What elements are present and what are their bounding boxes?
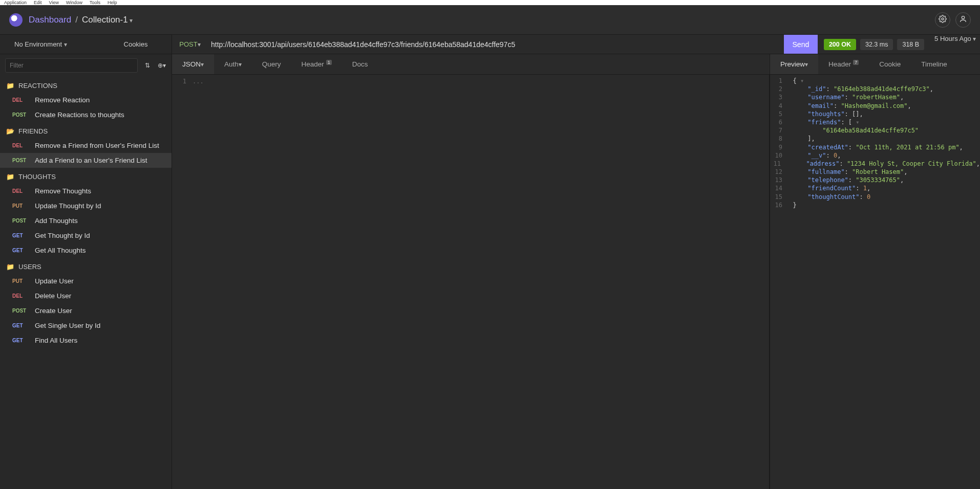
method-badge: POST (12, 218, 30, 224)
status-text: OK (841, 41, 851, 48)
response-size-pill[interactable]: 318 B (897, 39, 924, 50)
json-line: 4 "email": "Hashem@gmail.com", (770, 102, 980, 110)
user-icon (959, 15, 967, 25)
request-item[interactable]: POSTAdd Thoughts (0, 213, 172, 228)
request-label: Get Single User by Id (35, 322, 100, 329)
breadcrumb-collection[interactable]: Collection-1 (82, 15, 133, 25)
response-status-group: 200 OK 32.3 ms 318 B (818, 35, 930, 54)
method-selector[interactable]: POST (172, 35, 208, 54)
json-line: 5 "thoughts": [], (770, 110, 980, 118)
breadcrumb-separator: / (75, 15, 78, 25)
folder-thoughts[interactable]: 📁THOUGHTS (0, 168, 172, 184)
method-badge: DEL (12, 293, 30, 299)
breadcrumb: Dashboard / Collection-1 (29, 15, 133, 25)
title-bar: Dashboard / Collection-1 (0, 5, 980, 35)
request-label: Find All Users (35, 337, 77, 344)
request-label: Update User (35, 277, 74, 285)
request-item[interactable]: PUTUpdate Thought by Id (0, 198, 172, 213)
request-body-editor[interactable]: 1... (172, 75, 770, 489)
request-item[interactable]: POSTAdd a Friend to an User's Friend Lis… (0, 153, 172, 168)
account-button[interactable] (955, 12, 971, 28)
tab-timeline[interactable]: Timeline (911, 54, 957, 74)
os-menu-help[interactable]: Help (108, 0, 117, 5)
os-menu-view[interactable]: View (49, 0, 59, 5)
request-item[interactable]: DELDelete User (0, 288, 172, 303)
response-time-pill[interactable]: 32.3 ms (860, 39, 893, 50)
sort-icon[interactable]: ⇅ (143, 62, 152, 69)
add-icon[interactable]: ⊕▾ (157, 62, 166, 69)
request-label: Get All Thoughts (35, 247, 86, 254)
request-item[interactable]: GETGet Single User by Id (0, 318, 172, 333)
environment-selector[interactable]: No Environment (0, 40, 100, 48)
request-item[interactable]: POSTCreate User (0, 303, 172, 318)
response-json-viewer[interactable]: 1 { ▾2 "_id": "6164eb388ad41de4cffe97c3"… (770, 75, 980, 489)
os-menu-edit[interactable]: Edit (34, 0, 42, 5)
request-label: Add Thoughts (35, 217, 78, 225)
tab-auth[interactable]: Auth (214, 54, 252, 74)
json-line: 8 ], (770, 135, 980, 143)
tab-preview[interactable]: Preview (770, 54, 818, 74)
os-menu-window[interactable]: Window (66, 0, 82, 5)
request-label: Create User (35, 307, 72, 315)
request-label: Get Thought by Id (35, 232, 90, 239)
settings-button[interactable] (935, 12, 950, 28)
tab-header[interactable]: Header 1 (291, 54, 342, 74)
method-badge: POST (12, 308, 30, 314)
tab-cookie[interactable]: Cookie (869, 54, 911, 74)
folder-friends[interactable]: 📂FRIENDS (0, 122, 172, 138)
request-tab-row: JSON Auth Query Header 1 Docs (172, 54, 770, 75)
tab-resp-header[interactable]: Header 7 (818, 54, 869, 74)
os-menu-tools[interactable]: Tools (90, 0, 100, 5)
tab-query[interactable]: Query (252, 54, 291, 74)
folder-icon: 📁 (6, 173, 14, 181)
os-menu-application[interactable]: Application (4, 0, 27, 5)
tab-docs[interactable]: Docs (342, 54, 378, 74)
folder-icon: 📁 (6, 82, 14, 90)
response-pane: Preview Header 7 Cookie Timeline 1 { ▾2 … (770, 54, 980, 489)
send-button[interactable]: Send (784, 35, 818, 54)
tab-json[interactable]: JSON (172, 54, 214, 74)
method-badge: DEL (12, 188, 30, 194)
url-input[interactable] (208, 35, 784, 54)
json-line: 13 "telephone": "3053334765", (770, 176, 980, 184)
method-badge: DEL (12, 97, 30, 103)
request-item[interactable]: DELRemove Reaction (0, 93, 172, 107)
method-badge: POST (12, 158, 30, 163)
filter-input[interactable] (5, 58, 138, 73)
json-line: 9 "createdAt": "Oct 11th, 2021 at 21:56 … (770, 143, 980, 151)
request-item[interactable]: GETGet All Thoughts (0, 243, 172, 258)
method-badge: GET (12, 248, 30, 253)
folder-reactions[interactable]: 📁REACTIONS (0, 77, 172, 93)
json-line: 1 { ▾ (770, 77, 980, 85)
tab-header-badge: 1 (326, 60, 332, 65)
json-line: 6 "friends": [ ▾ (770, 118, 980, 126)
request-body-content: ... (193, 78, 204, 85)
method-badge: GET (12, 323, 30, 328)
request-item[interactable]: POSTCreate Reactions to thoughts (0, 107, 172, 122)
json-line: 10 "__v": 0, (770, 151, 980, 160)
method-badge: PUT (12, 278, 30, 284)
request-label: Update Thought by Id (35, 202, 101, 210)
request-label: Remove Reaction (35, 96, 90, 104)
request-item[interactable]: GETFind All Users (0, 333, 172, 348)
method-badge: PUT (12, 203, 30, 209)
work-pane: POST Send 200 OK 32.3 ms 318 B 5 Hours A… (172, 35, 980, 489)
status-code-pill[interactable]: 200 OK (824, 39, 856, 50)
folder-users[interactable]: 📁USERS (0, 258, 172, 274)
method-badge: POST (12, 112, 30, 118)
tab-resp-header-badge: 7 (853, 60, 859, 65)
status-code: 200 (829, 41, 840, 48)
request-item[interactable]: DELRemove a Friend from User's Friend Li… (0, 138, 172, 153)
method-badge: DEL (12, 143, 30, 148)
breadcrumb-dashboard[interactable]: Dashboard (29, 15, 71, 25)
json-line: 7 "6164eba58ad41de4cffe97c5" (770, 126, 980, 135)
response-history-dropdown[interactable]: 5 Hours Ago (930, 35, 980, 54)
json-line: 2 "_id": "6164eb388ad41de4cffe97c3", (770, 85, 980, 93)
request-label: Create Reactions to thoughts (35, 111, 124, 119)
request-item[interactable]: GETGet Thought by Id (0, 228, 172, 243)
request-item[interactable]: PUTUpdate User (0, 274, 172, 288)
cookies-button[interactable]: Cookies (100, 40, 172, 48)
folder-icon: 📁 (6, 263, 14, 271)
request-item[interactable]: DELRemove Thoughts (0, 184, 172, 198)
svg-point-1 (962, 16, 964, 19)
